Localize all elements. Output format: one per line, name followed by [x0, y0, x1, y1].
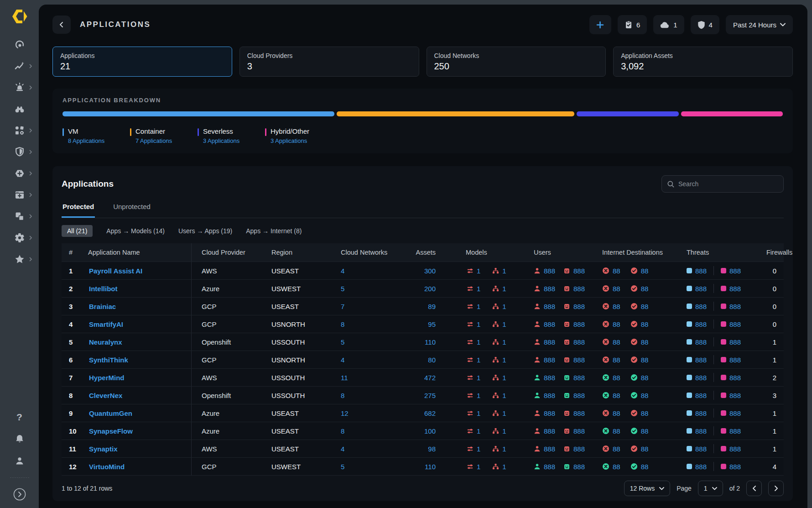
threats-pink-group[interactable]: 888 — [721, 356, 741, 364]
users-count[interactable]: 888 — [544, 303, 555, 310]
users-person-group[interactable]: 888 — [534, 427, 555, 435]
col-header-internet[interactable]: Internet Destinations — [600, 249, 682, 256]
users-person-group[interactable]: 888 — [534, 285, 555, 293]
allowed-count[interactable]: 88 — [641, 409, 649, 417]
threats-count[interactable]: 888 — [729, 392, 741, 399]
blocked-destinations-group[interactable]: 88 — [602, 356, 620, 364]
threats-count[interactable]: 888 — [729, 427, 741, 435]
models-hierarchy-group[interactable]: 1 — [492, 392, 506, 399]
users-person-group[interactable]: 888 — [534, 338, 555, 346]
threats-blue-group[interactable]: 888 — [687, 374, 707, 382]
table-row[interactable]: 3 Brainiac GCP USEAST 7 89 1 1 888 888 — [62, 298, 784, 315]
cloud-networks-link[interactable]: 4 — [341, 356, 344, 364]
models-count[interactable]: 1 — [477, 356, 480, 364]
table-row[interactable]: 10 SynapseFlow Azure USEAST 8 100 1 1 88… — [62, 422, 784, 440]
threats-blue-group[interactable]: 888 — [687, 303, 707, 310]
models-count[interactable]: 1 — [477, 392, 480, 399]
cloud-networks-link[interactable]: 7 — [341, 303, 344, 310]
robots-count[interactable]: 888 — [573, 338, 585, 346]
assets-link[interactable]: 100 — [424, 427, 436, 435]
users-count[interactable]: 888 — [544, 267, 555, 275]
threats-blue-group[interactable]: 888 — [687, 285, 707, 293]
blocked-count[interactable]: 88 — [613, 409, 620, 417]
users-robot-group[interactable]: 888 — [563, 445, 585, 453]
threats-pink-group[interactable]: 888 — [721, 320, 741, 328]
models-tune-group[interactable]: 1 — [467, 356, 480, 364]
search-input[interactable] — [678, 180, 778, 188]
assets-link[interactable]: 89 — [428, 303, 436, 310]
sidebar-item-health[interactable] — [0, 168, 39, 179]
users-count[interactable]: 888 — [544, 285, 555, 293]
blocked-destinations-group[interactable]: 88 — [602, 463, 620, 471]
tab-protected[interactable]: Protected — [62, 203, 95, 218]
table-row[interactable]: 12 VirtuoMind GCP USWEST 5 110 1 1 888 8… — [62, 458, 784, 476]
col-header-threats[interactable]: Threats — [682, 249, 766, 256]
cloudguard-logo[interactable] — [10, 7, 29, 26]
threats-count[interactable]: 888 — [695, 285, 707, 293]
robots-count[interactable]: 888 — [573, 445, 585, 453]
models-count[interactable]: 1 — [477, 409, 480, 417]
table-row[interactable]: 7 HyperMind AWS USSOUTH 11 472 1 1 888 8… — [62, 369, 784, 387]
users-robot-group[interactable]: 888 — [563, 409, 585, 417]
threats-count[interactable]: 888 — [695, 338, 707, 346]
blocked-count[interactable]: 88 — [613, 356, 620, 364]
sidebar-item-radar[interactable] — [0, 39, 39, 50]
blocked-count[interactable]: 88 — [613, 463, 620, 471]
users-robot-group[interactable]: 888 — [563, 463, 585, 471]
assets-link[interactable]: 275 — [424, 392, 436, 399]
breakdown-segment-3[interactable] — [681, 111, 783, 116]
users-robot-group[interactable]: 888 — [563, 356, 585, 364]
threats-count[interactable]: 888 — [695, 392, 707, 399]
robots-count[interactable]: 888 — [573, 374, 585, 382]
models-tune-group[interactable]: 1 — [467, 374, 480, 382]
col-header-region[interactable]: Region — [267, 249, 336, 256]
rows-per-page-select[interactable]: 12 Rows — [624, 481, 670, 496]
threats-count[interactable]: 888 — [695, 374, 707, 382]
blocked-destinations-group[interactable]: 88 — [602, 392, 620, 399]
users-count[interactable]: 888 — [544, 427, 555, 435]
models-count[interactable]: 1 — [477, 463, 480, 471]
sidebar-item-favorites[interactable] — [0, 254, 39, 265]
threats-count[interactable]: 888 — [695, 303, 707, 310]
models-hierarchy-group[interactable]: 1 — [492, 285, 506, 293]
threats-count[interactable]: 888 — [729, 338, 741, 346]
application-name-link[interactable]: Payroll Assist AI — [88, 267, 142, 275]
filter-users-apps[interactable]: Users → Apps (19) — [178, 227, 232, 235]
models-count[interactable]: 1 — [477, 320, 480, 328]
models-hierarchy-group[interactable]: 1 — [492, 463, 506, 471]
threats-blue-group[interactable]: 888 — [687, 445, 707, 453]
models-count[interactable]: 1 — [502, 409, 506, 417]
allowed-count[interactable]: 88 — [641, 267, 649, 275]
col-header-firewalls[interactable]: Firewalls — [766, 249, 800, 256]
cloud-networks-link[interactable]: 5 — [341, 285, 344, 293]
sidebar-item-inventory[interactable] — [0, 211, 39, 222]
assets-link[interactable]: 95 — [428, 320, 436, 328]
tasks-badge[interactable]: 6 — [618, 15, 647, 34]
models-tune-group[interactable]: 1 — [467, 320, 480, 328]
robots-count[interactable]: 888 — [573, 303, 585, 310]
users-robot-group[interactable]: 888 — [563, 285, 585, 293]
cloud-networks-link[interactable]: 5 — [341, 338, 344, 346]
table-row[interactable]: 11 Synaptix AWS USEAST 4 98 1 1 888 888 — [62, 440, 784, 458]
users-person-group[interactable]: 888 — [534, 392, 555, 399]
users-count[interactable]: 888 — [544, 356, 555, 364]
sidebar-item-shield[interactable] — [0, 147, 39, 157]
threats-blue-group[interactable]: 888 — [687, 267, 707, 275]
table-row[interactable]: 1 Payroll Assist AI AWS USEAST 4 300 1 1… — [62, 262, 784, 280]
threats-count[interactable]: 888 — [695, 409, 707, 417]
blocked-destinations-group[interactable]: 88 — [602, 409, 620, 417]
blocked-destinations-group[interactable]: 88 — [602, 338, 620, 346]
filter-all[interactable]: All (21) — [62, 225, 93, 237]
application-name-link[interactable]: SynthiThink — [88, 356, 128, 364]
users-person-group[interactable]: 888 — [534, 463, 555, 471]
application-name-link[interactable]: Neuralynx — [88, 338, 122, 346]
legend-item-severless[interactable]: Severless 3 Applications — [198, 127, 257, 144]
assets-link[interactable]: 300 — [424, 267, 436, 275]
legend-count[interactable]: 8 Applications — [68, 137, 104, 144]
threats-count[interactable]: 888 — [695, 267, 707, 275]
sidebar-item-components[interactable] — [0, 125, 39, 136]
blocked-count[interactable]: 88 — [613, 303, 620, 310]
users-person-group[interactable]: 888 — [534, 267, 555, 275]
allowed-count[interactable]: 88 — [641, 303, 649, 310]
allowed-destinations-group[interactable]: 88 — [630, 409, 649, 417]
